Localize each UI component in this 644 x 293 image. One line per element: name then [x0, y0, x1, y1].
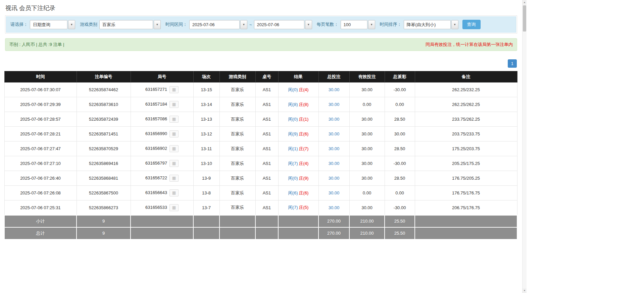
page-button-1[interactable]: 1 — [508, 59, 517, 68]
cell-session: 13-14 — [193, 97, 219, 112]
grand-total-count: 9 — [77, 227, 131, 239]
chevron-down-icon[interactable]: ▼ — [68, 20, 75, 29]
date-from-value[interactable]: 2025-07-06 — [189, 20, 240, 29]
sort-order-label: 时间排序： — [380, 21, 402, 27]
result-banker: 庄(9) — [299, 176, 309, 181]
cell-time: 2025-07-06 07:28:57 — [4, 112, 77, 127]
table-row: 2025-07-06 07:28:21 522635871451 6316569… — [4, 127, 517, 141]
result-player: 闲(6) — [288, 190, 298, 195]
cell-total-bet: 30.00 — [318, 200, 349, 215]
roadmap-icon[interactable]: ▦ — [169, 145, 179, 152]
query-type-label: 请选择： — [10, 21, 28, 27]
cell-table-no: AS1 — [255, 186, 278, 200]
filter-panel: 请选择： 日期查询 ▼ 游戏类别 百家乐 ▼ 时间区间： 2025-07-06 … — [5, 15, 517, 34]
subtotal-payout: 25.50 — [385, 215, 415, 227]
total-bet-link[interactable]: 30.00 — [329, 102, 340, 107]
scrollbar[interactable]: ▲ ▼ — [522, 0, 527, 293]
cell-game-type: 百家乐 — [219, 141, 255, 156]
subtotal-empty — [278, 215, 318, 227]
table-row: 2025-07-06 07:30:07 522635874462 6316572… — [4, 82, 517, 97]
result-player: 闲(1) — [288, 146, 298, 151]
header-result: 结果 — [278, 71, 318, 82]
chevron-down-icon[interactable]: ▼ — [368, 20, 375, 29]
total-bet-link[interactable]: 30.00 — [329, 146, 340, 151]
cell-valid-bet: 30.00 — [349, 127, 385, 141]
date-to-value[interactable]: 2025-07-06 — [254, 20, 304, 29]
result-banker: 庄(4) — [299, 87, 309, 92]
roadmap-icon[interactable]: ▦ — [169, 130, 179, 137]
roadmap-icon[interactable]: ▦ — [169, 116, 179, 123]
cell-result: 闲(9)庄(6) — [278, 127, 318, 141]
bet-table: 时间 注单编号 局号 场次 游戏类别 桌号 结果 总投注 有效投注 总派彩 备注… — [4, 71, 517, 240]
total-bet-link[interactable]: 30.00 — [329, 176, 340, 181]
grand-total-empty — [219, 227, 255, 239]
cell-valid-bet: 30.00 — [349, 141, 385, 156]
roadmap-icon[interactable]: ▦ — [169, 204, 179, 211]
range-separator: ~ — [249, 22, 252, 27]
result-banker: 庄(6) — [299, 190, 309, 195]
roadmap-icon[interactable]: ▦ — [169, 101, 179, 108]
cell-session: 13-8 — [193, 186, 219, 200]
cell-result: 闲(0)庄(4) — [278, 82, 318, 97]
cell-time: 2025-07-06 07:27:47 — [4, 141, 77, 156]
chevron-down-icon[interactable]: ▼ — [451, 20, 458, 29]
result-player: 闲(0) — [288, 176, 298, 181]
total-bet-link[interactable]: 30.00 — [329, 87, 340, 92]
scroll-down-arrow-icon[interactable]: ▼ — [523, 288, 527, 293]
grand-total-empty — [131, 227, 193, 239]
date-from-combo: 2025-07-06 ▼ — [189, 20, 247, 29]
cell-table-no: AS1 — [255, 200, 278, 215]
round-id: 631656990 — [145, 131, 167, 136]
chevron-down-icon[interactable]: ▼ — [305, 20, 312, 29]
game-type-combo: 百家乐 ▼ — [99, 20, 161, 29]
sort-order-value[interactable]: 降幂(由大到小) — [404, 20, 451, 29]
subtotal-empty — [255, 215, 278, 227]
scroll-up-arrow-icon[interactable]: ▲ — [523, 0, 527, 5]
cell-remark: 176.75/205.25 — [415, 171, 517, 186]
cell-bet-id: 522635870529 — [77, 141, 131, 156]
roadmap-icon[interactable]: ▦ — [169, 86, 179, 93]
search-button[interactable]: 查询 — [462, 20, 481, 29]
subtotal-empty — [131, 215, 193, 227]
cell-payout: 0.00 — [385, 97, 415, 112]
result-player: 闲(0) — [288, 117, 298, 122]
cell-payout: 28.50 — [385, 171, 415, 186]
cell-bet-id: 522635868481 — [77, 171, 131, 186]
total-bet-link[interactable]: 30.00 — [329, 161, 340, 166]
chevron-down-icon[interactable]: ▼ — [240, 20, 247, 29]
round-id: 631656533 — [145, 205, 167, 210]
total-bet-link[interactable]: 30.00 — [329, 190, 340, 195]
table-row: 2025-07-06 07:27:10 522635869416 6316567… — [4, 156, 517, 171]
roadmap-icon[interactable]: ▦ — [169, 160, 179, 167]
grand-total-empty — [415, 227, 517, 239]
round-id: 631657271 — [145, 87, 167, 92]
table-row: 2025-07-06 07:25:31 522635866273 6316565… — [4, 200, 517, 215]
cell-table-no: AS1 — [255, 141, 278, 156]
cell-valid-bet: 30.00 — [349, 200, 385, 215]
game-type-value[interactable]: 百家乐 — [99, 20, 153, 29]
page-size-value[interactable]: 100 — [341, 20, 367, 29]
cell-round-id: 631657271▦ — [131, 82, 193, 97]
total-bet-link[interactable]: 30.00 — [329, 205, 340, 210]
cell-round-id: 631656990▦ — [131, 127, 193, 141]
subtotal-empty — [219, 215, 255, 227]
cell-payout: 28.50 — [385, 141, 415, 156]
total-bet-link[interactable]: 30.00 — [329, 117, 340, 122]
grand-total-empty — [255, 227, 278, 239]
cell-valid-bet: 0.00 — [349, 186, 385, 200]
grand-total-row: 总计 9 270.00 210.00 25.50 — [4, 227, 517, 239]
table-row: 2025-07-06 07:27:47 522635870529 6316569… — [4, 141, 517, 156]
roadmap-icon[interactable]: ▦ — [169, 189, 179, 196]
roadmap-icon[interactable]: ▦ — [169, 175, 179, 182]
round-id: 631656797 — [145, 161, 167, 166]
scrollbar-thumb[interactable] — [523, 5, 526, 32]
chevron-down-icon[interactable]: ▼ — [154, 20, 161, 29]
header-total-bet: 总投注 — [318, 71, 349, 82]
total-bet-link[interactable]: 30.00 — [329, 131, 340, 136]
cell-round-id: 631657184▦ — [131, 97, 193, 112]
cell-remark: 203.75/233.75 — [415, 127, 517, 141]
table-row: 2025-07-06 07:26:40 522635868481 6316567… — [4, 171, 517, 186]
query-type-value[interactable]: 日期查询 — [30, 20, 67, 29]
cell-remark: 175.25/203.75 — [415, 141, 517, 156]
page-size-combo: 100 ▼ — [341, 20, 375, 29]
